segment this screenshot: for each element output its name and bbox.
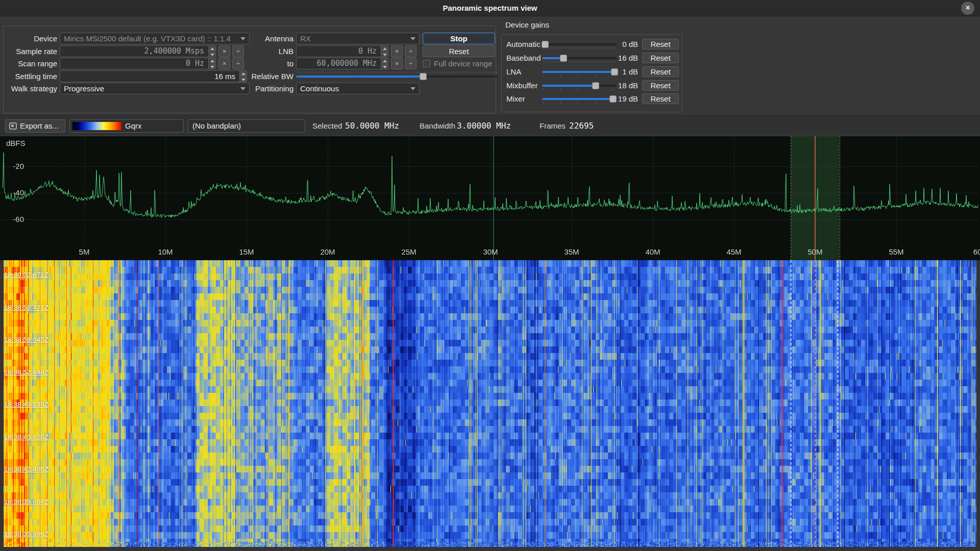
close-button[interactable]: × [961,2,974,15]
gain-reset-button[interactable]: Reset [642,66,679,77]
scan-to-divide-button[interactable]: ÷ [405,58,416,69]
slider-track[interactable] [542,43,617,45]
waterfall-timestamp: 18:38:39.007Z [4,498,48,506]
waterfall-canvas[interactable] [4,260,976,547]
gain-label: LNA [506,66,545,78]
device-value: Mirics MSi2500 default (e.g. VTX3D card)… [64,34,231,43]
reset-scan-button[interactable]: Reset [423,45,495,57]
spectrum-xtick: 45M [719,247,749,256]
slider-ticks [543,47,616,49]
slider-track[interactable] [542,71,617,73]
chevron-down-icon [410,87,415,90]
spectrum-ytick: -20 [0,162,24,170]
gain-slider[interactable] [542,93,617,105]
gain-slider[interactable] [542,38,617,50]
spectrum-canvas[interactable] [0,136,980,260]
spectrum-plot[interactable]: dBFS -20-40-605M10M15M20M25M30M35M40M45M… [0,136,980,260]
walk-strategy-select[interactable]: Progressive [60,83,250,94]
gain-slider[interactable] [542,52,617,64]
gain-reset-button[interactable]: Reset [642,53,679,63]
gain-label: Mixer [506,93,545,105]
gain-value: 1 dB [617,66,638,78]
spinner-down-icon[interactable] [208,64,216,69]
spinner-down-icon[interactable] [381,64,388,69]
slider-handle[interactable] [560,55,567,62]
scan-to-multiply-button[interactable]: × [391,58,403,69]
gain-slider[interactable] [542,80,617,91]
scan-range-spinner[interactable] [208,58,216,69]
spinner-up-icon[interactable] [208,58,216,63]
slider-track[interactable] [296,76,498,78]
spectrum-xtick: 40M [638,247,668,256]
spectrum-ytick: -60 [0,215,24,223]
spinner-down-icon[interactable] [208,52,216,57]
partitioning-select[interactable]: Continuous [296,83,420,94]
export-as-button[interactable]: Export as... [5,119,65,133]
full-device-range-checkbox[interactable] [423,60,430,67]
title-bar: Panoramic spectrum view × [0,0,980,16]
slider-fill [296,76,423,78]
lnb-multiply-button[interactable]: × [391,45,403,57]
bandplan-select[interactable]: (No bandplan) [188,119,305,133]
frames-value: 22695 [569,116,594,136]
scan-to-spinner[interactable] [381,58,388,69]
spectrum-ylabel: dBFS [6,139,26,147]
chevron-down-icon [410,37,415,40]
waterfall-timestamp: 18:39:02.871Z [4,271,48,279]
bandplan-value: (No bandplan) [192,121,241,130]
waterfall-timestamp: 18:38:59.471Z [4,304,48,311]
device-select[interactable]: Mirics MSi2500 default (e.g. VTX3D card)… [60,33,250,44]
sample-rate-spinner[interactable] [208,45,216,57]
spinner-down-icon[interactable] [381,52,388,57]
settling-time-field[interactable]: 16 ms [60,70,240,82]
lnb-field[interactable]: 0 Hz [296,45,381,57]
selected-label: Selected [312,116,342,136]
slider-handle[interactable] [592,82,599,89]
spinner-up-icon[interactable] [381,58,388,63]
spinner-up-icon[interactable] [208,45,216,51]
slider-fill [542,71,615,73]
selected-value: 50.0000 MHz [345,116,399,136]
sample-rate-label: Sample rate [0,45,57,57]
spectrum-xtick: 20M [312,247,343,256]
antenna-label: Antenna [225,33,293,44]
slider-handle[interactable] [420,73,427,80]
gain-slider[interactable] [542,66,617,78]
spectrum-xtick: 10M [150,247,181,256]
waterfall-timestamp: 18:38:42.405Z [4,465,48,473]
lnb-spinner[interactable] [381,45,388,57]
slider-ticks [543,88,616,90]
slider-ticks [543,102,616,104]
gain-label: Mixbuffer [506,80,545,91]
settling-time-label: Settling time [0,70,57,82]
spinner-up-icon[interactable] [381,45,388,51]
frames-label: Frames [540,116,566,136]
sample-rate-field[interactable]: 2,400000 Msps [60,45,209,57]
gain-reset-button[interactable]: Reset [642,39,679,49]
antenna-select[interactable]: RX [296,33,420,44]
gain-reset-button[interactable]: Reset [642,80,679,91]
slider-ticks [543,61,616,63]
waterfall-timestamp: 18:38:56.045Z [4,336,48,343]
waterfall-display[interactable]: 18:39:02.871Z18:38:59.471Z18:38:56.045Z1… [0,260,980,551]
window-title: Panoramic spectrum view [0,0,980,16]
waterfall-timestamp: 18:38:52.648Z [4,368,48,376]
slider-handle[interactable] [609,95,617,103]
lnb-divide-button[interactable]: ÷ [405,45,416,57]
slider-track[interactable] [542,57,617,59]
slider-track[interactable] [542,85,617,87]
spectrum-xtick: 60 [962,247,980,256]
slider-fill [542,98,613,100]
slider-track[interactable] [542,98,617,100]
scan-to-field[interactable]: 60,000000 MHz [296,58,381,69]
walk-strategy-value: Progressive [64,84,104,93]
spectrum-xtick: 5M [69,247,100,256]
colormap-select[interactable]: Gqrx [69,119,184,133]
bandwidth-label: Bandwidth [420,116,455,136]
scan-range-field[interactable]: 0 Hz [60,58,209,69]
relative-bw-slider[interactable] [296,70,498,82]
slider-handle[interactable] [542,41,549,48]
waterfall-timestamp: 18:38:45.820Z [4,433,48,441]
gain-reset-button[interactable]: Reset [642,93,679,104]
stop-button[interactable]: Stop [423,33,495,44]
